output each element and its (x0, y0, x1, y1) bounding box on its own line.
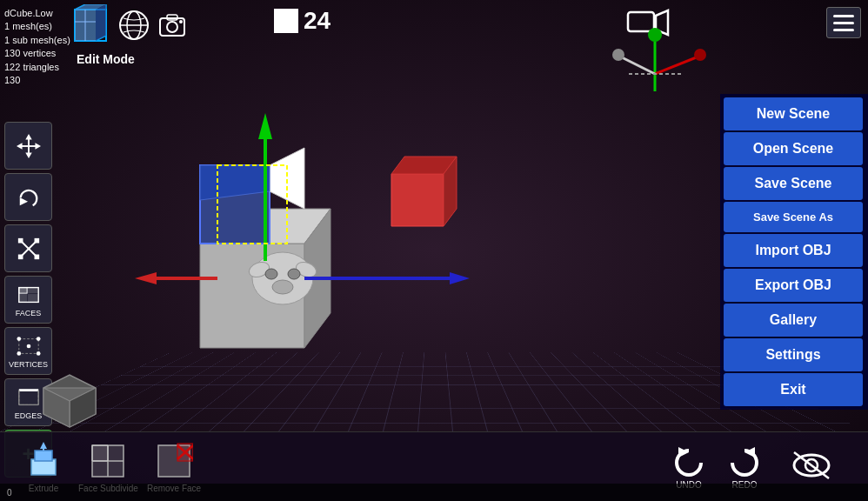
hamburger-line-3 (833, 29, 854, 31)
svg-marker-81 (40, 442, 47, 449)
exit-button[interactable]: Exit (724, 373, 863, 406)
svg-marker-56 (270, 148, 304, 209)
save-scene-button[interactable]: Save Scene (724, 167, 863, 200)
svg-rect-79 (35, 451, 52, 461)
cube-thumbnail-svg (35, 362, 104, 431)
hamburger-line-2 (833, 22, 854, 24)
cube-thumbnail (35, 362, 104, 431)
info-line2: 1 mesh(es) (4, 20, 70, 33)
svg-line-20 (620, 57, 655, 74)
status-text: 0 (7, 488, 12, 498)
gallery-button[interactable]: Gallery (724, 304, 863, 337)
orientation-gizmo-svg (603, 26, 707, 104)
rotate-tool[interactable] (4, 173, 52, 221)
svg-point-64 (265, 269, 277, 279)
info-line5: 122 triangles (4, 61, 70, 74)
visibility-toggle[interactable] (790, 448, 833, 486)
hamburger-line-1 (833, 15, 854, 17)
svg-point-19 (694, 49, 706, 61)
svg-line-18 (655, 57, 698, 74)
svg-marker-72 (450, 272, 470, 284)
faces-tool[interactable]: FACES (4, 276, 52, 324)
faces-icon (17, 283, 41, 307)
frame-number: 24 (304, 7, 331, 35)
status-bar: 0 (0, 484, 868, 501)
edit-mode-label: Edit Mode (77, 52, 135, 66)
settings-button[interactable]: Settings (724, 338, 863, 371)
svg-point-21 (612, 49, 624, 61)
open-scene-button[interactable]: Open Scene (724, 132, 863, 165)
svg-point-43 (36, 337, 40, 341)
svg-marker-58 (391, 174, 444, 226)
svg-rect-33 (17, 254, 23, 259)
info-line4: 130 vertices (4, 47, 70, 60)
undo-icon (670, 444, 708, 478)
cube-mode-icon[interactable] (70, 4, 111, 46)
svg-rect-38 (28, 287, 38, 293)
svg-marker-70 (135, 272, 157, 284)
svg-marker-3 (96, 4, 106, 41)
svg-rect-40 (28, 294, 38, 302)
svg-rect-35 (17, 237, 23, 243)
info-line1: dCube.Low (4, 7, 70, 20)
save-scene-as-button[interactable]: Save Scene As (724, 202, 863, 232)
svg-rect-32 (34, 254, 39, 259)
svg-point-17 (648, 28, 662, 42)
svg-marker-85 (92, 445, 108, 461)
visibility-icon (790, 448, 833, 483)
frame-box (274, 9, 298, 33)
info-panel: dCube.Low 1 mesh(es) 1 sub mesh(es) 130 … (4, 7, 70, 87)
viewport: dCube.Low 1 mesh(es) 1 sub mesh(es) 130 … (0, 0, 868, 501)
scale-tool[interactable] (4, 224, 52, 272)
move-tool[interactable] (4, 122, 52, 170)
svg-point-13 (179, 20, 183, 23)
scale-icon (17, 237, 41, 261)
svg-marker-25 (25, 152, 31, 158)
hamburger-menu[interactable] (826, 7, 861, 38)
import-obj-button[interactable]: Import OBJ (724, 234, 863, 267)
svg-rect-34 (34, 237, 39, 243)
move-icon (17, 134, 41, 158)
svg-point-66 (272, 280, 293, 294)
svg-point-11 (167, 22, 177, 32)
svg-marker-68 (258, 113, 272, 139)
vertices-icon (17, 334, 41, 358)
new-scene-button[interactable]: New Scene (724, 97, 863, 130)
svg-marker-87 (92, 461, 108, 477)
svg-marker-93 (678, 447, 689, 458)
globe-icon[interactable] (118, 10, 150, 41)
redo-icon (725, 444, 764, 478)
svg-marker-24 (25, 134, 31, 140)
remove-face-icon (154, 441, 194, 481)
snapshot-icon[interactable] (157, 10, 188, 41)
scene-objects (130, 87, 565, 418)
svg-point-45 (36, 351, 40, 356)
face-subdivide-icon-svg (89, 442, 127, 480)
remove-face-icon-svg (155, 442, 193, 480)
export-obj-button[interactable]: Export OBJ (724, 269, 863, 302)
svg-rect-39 (18, 294, 26, 302)
info-line3: 1 sub mesh(es) (4, 34, 70, 47)
face-subdivide-icon (88, 441, 128, 481)
mode-icon-area (70, 4, 188, 46)
svg-marker-86 (108, 445, 124, 461)
orientation-gizmo (603, 26, 707, 104)
info-line6: 130 (4, 74, 70, 87)
svg-point-61 (252, 252, 313, 304)
svg-marker-94 (744, 447, 755, 458)
svg-rect-92 (177, 444, 193, 461)
svg-marker-28 (35, 143, 41, 149)
svg-point-65 (288, 269, 300, 279)
svg-marker-29 (19, 197, 27, 205)
svg-point-44 (17, 351, 21, 356)
svg-point-42 (17, 337, 21, 341)
extrude-icon-svg (24, 442, 63, 480)
faces-label: FACES (16, 309, 42, 317)
rotate-icon (17, 185, 41, 210)
svg-marker-88 (108, 461, 124, 477)
frame-counter: 24 (274, 7, 331, 35)
right-menu: New Scene Open Scene Save Scene Save Sce… (720, 94, 868, 410)
svg-point-46 (26, 344, 30, 348)
svg-marker-27 (17, 143, 23, 149)
extrude-icon (23, 441, 63, 481)
